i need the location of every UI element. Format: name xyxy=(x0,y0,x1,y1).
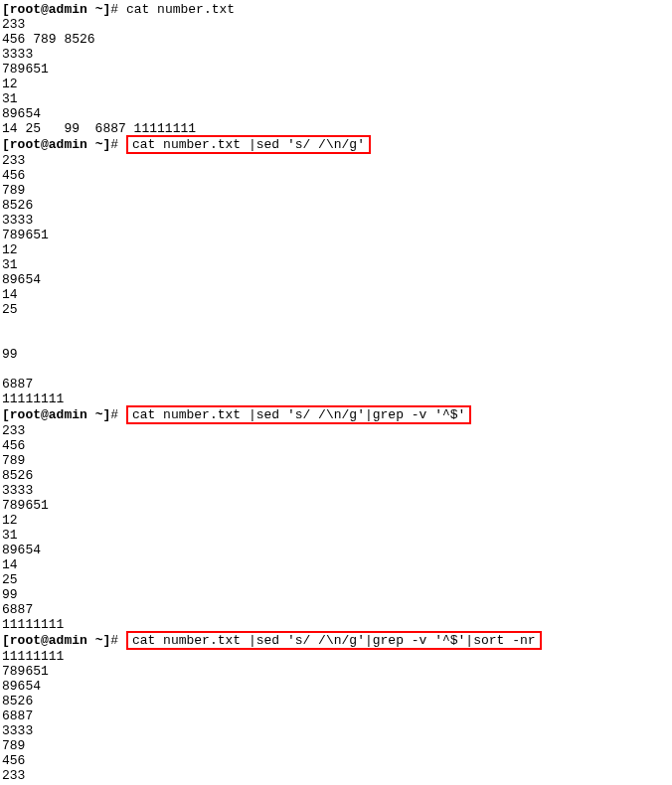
output-line: 789651 xyxy=(2,664,672,679)
output-line xyxy=(2,317,672,332)
output-line: 233 xyxy=(2,423,672,438)
output-line: 456 xyxy=(2,438,672,453)
output-line: 12 xyxy=(2,77,672,91)
output-line: 456 789 8526 xyxy=(2,32,672,47)
output-line: 31 xyxy=(2,257,672,272)
output-line: 3333 xyxy=(2,213,672,228)
prompt-line: [root@admin ~]# cat number.txt xyxy=(2,2,672,17)
output-line: 11111111 xyxy=(2,392,672,406)
output-line: 789651 xyxy=(2,498,672,513)
output-line: 12 xyxy=(2,242,672,257)
command-4-highlighted: cat number.txt |sed 's/ /\n/g'|grep -v '… xyxy=(126,631,542,650)
output-line: 25 xyxy=(2,302,672,317)
output-line: 31 xyxy=(2,528,672,543)
output-line xyxy=(2,332,672,347)
prompt-line: [root@admin ~]# cat number.txt |sed 's/ … xyxy=(2,136,672,153)
output-line: 14 25 99 6887 11111111 xyxy=(2,121,672,136)
output-line: 456 xyxy=(2,168,672,183)
output-line: 89654 xyxy=(2,272,672,287)
prompt-line: [root@admin ~]# cat number.txt |sed 's/ … xyxy=(2,632,672,649)
terminal: [root@admin ~]# cat number.txt 233 456 7… xyxy=(2,2,672,785)
output-line: 14 xyxy=(2,557,672,572)
output-line: 789651 xyxy=(2,228,672,242)
output-line: 789 xyxy=(2,738,672,753)
output-line: 14 xyxy=(2,287,672,302)
output-line: 8526 xyxy=(2,694,672,708)
output-line xyxy=(2,362,672,377)
output-line: 233 xyxy=(2,17,672,32)
output-line: 3333 xyxy=(2,723,672,738)
prompt-line: [root@admin ~]# cat number.txt |sed 's/ … xyxy=(2,406,672,423)
output-line: 3333 xyxy=(2,47,672,62)
output-line: 8526 xyxy=(2,468,672,483)
output-line: 25 xyxy=(2,572,672,587)
output-line: 6887 xyxy=(2,602,672,617)
output-line: 233 xyxy=(2,768,672,783)
output-line: 8526 xyxy=(2,198,672,213)
command-1: cat number.txt xyxy=(126,2,235,17)
output-line: 99 xyxy=(2,347,672,362)
output-line: 99 xyxy=(2,587,672,602)
output-line: 6887 xyxy=(2,708,672,723)
output-line: 11111111 xyxy=(2,617,672,632)
output-line: 89654 xyxy=(2,543,672,557)
output-line: 12 xyxy=(2,513,672,528)
command-2-highlighted: cat number.txt |sed 's/ /\n/g' xyxy=(126,135,371,154)
output-line: 3333 xyxy=(2,483,672,498)
output-line: 89654 xyxy=(2,106,672,121)
output-line: 789 xyxy=(2,453,672,468)
output-line: 6887 xyxy=(2,377,672,392)
output-line: 789651 xyxy=(2,62,672,77)
command-3-highlighted: cat number.txt |sed 's/ /\n/g'|grep -v '… xyxy=(126,405,471,424)
output-line: 233 xyxy=(2,153,672,168)
output-line: 456 xyxy=(2,753,672,768)
output-line: 89654 xyxy=(2,679,672,694)
output-line: 11111111 xyxy=(2,649,672,664)
prompt-user: root@admin xyxy=(10,2,87,17)
output-line: 31 xyxy=(2,91,672,106)
output-line: 789 xyxy=(2,183,672,198)
